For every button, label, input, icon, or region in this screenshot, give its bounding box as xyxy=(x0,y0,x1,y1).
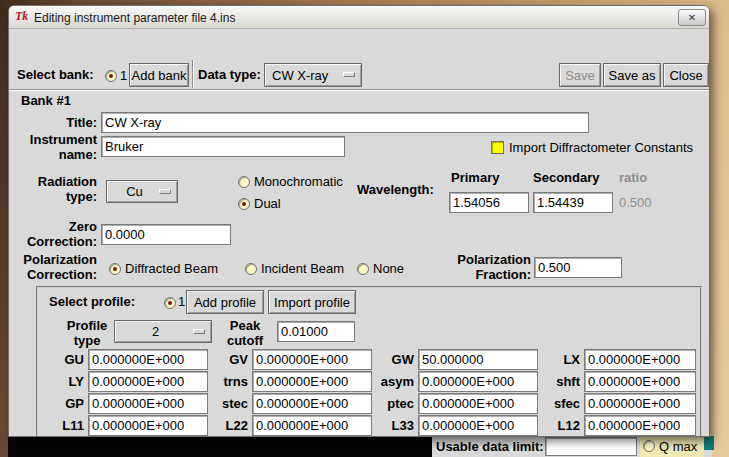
zero-correction-input[interactable] xyxy=(101,224,231,245)
radiation-type-optionmenu[interactable]: Cu xyxy=(106,180,178,203)
monochromatic-radio[interactable] xyxy=(238,176,250,188)
polarization-fraction-label: Polarization Fraction: xyxy=(439,252,531,282)
profile-type-value: 2 xyxy=(152,324,159,339)
param-input-asym[interactable] xyxy=(418,371,538,392)
monochromatic-label: Monochromatic xyxy=(254,174,343,189)
param-input-LY[interactable] xyxy=(88,371,208,392)
param-input-L11[interactable] xyxy=(88,415,208,436)
param-label-asym: asym xyxy=(376,374,414,389)
param-label-L33: L33 xyxy=(376,418,414,433)
usable-data-limit-input[interactable] xyxy=(545,437,637,456)
bank-1-radio-label: 1 xyxy=(120,68,127,83)
peak-cutoff-label: Peak cutoff xyxy=(218,318,272,348)
select-bank-label: Select bank: xyxy=(17,67,94,82)
optionmenu-indicator-icon xyxy=(159,189,171,194)
bank-header: Bank #1 xyxy=(21,93,71,108)
incident-beam-radio[interactable] xyxy=(245,263,257,275)
param-label-GU: GU xyxy=(46,352,84,367)
instrument-name-label: Instrument name: xyxy=(9,132,97,162)
window-title: Editing instrument parameter file 4.ins xyxy=(34,11,235,25)
title-label: Title: xyxy=(9,115,97,130)
param-input-ptec[interactable] xyxy=(418,393,538,414)
profile-frame: Select profile: 1 Add profile Import pro… xyxy=(36,286,702,437)
import-profile-button[interactable]: Import profile xyxy=(268,290,356,314)
wavelength-label: Wavelength: xyxy=(357,182,434,197)
peak-cutoff-input[interactable] xyxy=(277,321,355,342)
profile-type-optionmenu[interactable]: 2 xyxy=(114,320,212,343)
background-black-strip xyxy=(8,436,432,457)
optionmenu-indicator-icon xyxy=(193,329,205,334)
param-label-L22: L22 xyxy=(212,418,248,433)
data-type-optionmenu[interactable]: CW X-ray xyxy=(264,63,362,87)
profile-1-radio-label: 1 xyxy=(178,294,185,309)
usable-data-limit-label: Usable data limit: xyxy=(436,439,544,454)
zero-correction-label: Zero Correction: xyxy=(9,219,97,249)
param-label-LX: LX xyxy=(542,352,580,367)
profile-params-grid: GU GV GW LX LY trns asym shft xyxy=(46,349,696,437)
close-button[interactable]: Close xyxy=(663,63,709,87)
qmax-radio[interactable] xyxy=(643,440,655,452)
param-input-GV[interactable] xyxy=(252,349,372,370)
toolbar-bottom-separator xyxy=(9,89,710,91)
polarization-correction-label: Polarization Correction: xyxy=(9,252,97,282)
toolbar-separator xyxy=(192,60,194,88)
dual-label: Dual xyxy=(254,196,281,211)
primary-wavelength-input[interactable] xyxy=(449,192,529,213)
diffracted-beam-radio[interactable] xyxy=(109,263,121,275)
save-button[interactable]: Save xyxy=(559,63,601,87)
none-label: None xyxy=(373,261,404,276)
param-label-shft: shft xyxy=(542,374,580,389)
dual-radio[interactable] xyxy=(238,198,250,210)
param-label-LY: LY xyxy=(46,374,84,389)
import-constants-label: Import Diffractometer Constants xyxy=(509,140,693,155)
param-label-sfec: sfec xyxy=(542,396,580,411)
param-input-GU[interactable] xyxy=(88,349,208,370)
add-profile-button[interactable]: Add profile xyxy=(186,290,264,314)
close-icon: ✕ xyxy=(688,12,696,23)
param-input-sfec[interactable] xyxy=(584,393,696,414)
import-constants-checkbox[interactable] xyxy=(491,141,504,154)
param-input-GW[interactable] xyxy=(418,349,538,370)
window-close-button[interactable]: ✕ xyxy=(678,9,706,26)
background-window-fragment: Usable data limit: Q max xyxy=(432,436,712,457)
bank-1-radio[interactable] xyxy=(105,70,117,82)
param-input-stec[interactable] xyxy=(252,393,372,414)
diffracted-beam-label: Diffracted Beam xyxy=(125,261,218,276)
profile-1-radio[interactable] xyxy=(164,297,176,309)
tk-app-icon: Tk xyxy=(15,9,31,25)
param-label-trns: trns xyxy=(212,374,248,389)
save-as-button[interactable]: Save as xyxy=(603,63,661,87)
instrument-name-input[interactable] xyxy=(101,136,345,157)
primary-header: Primary xyxy=(451,170,499,185)
profile-type-label: Profile type xyxy=(60,318,114,348)
polarization-fraction-input[interactable] xyxy=(534,257,622,278)
param-input-L12[interactable] xyxy=(584,415,696,436)
qmax-label: Q max xyxy=(659,439,697,454)
param-label-L12: L12 xyxy=(542,418,580,433)
param-label-ptec: ptec xyxy=(376,396,414,411)
param-input-L22[interactable] xyxy=(252,415,372,436)
secondary-wavelength-input[interactable] xyxy=(533,192,613,213)
param-input-shft[interactable] xyxy=(584,371,696,392)
titlebar[interactable]: Tk Editing instrument parameter file 4.i… xyxy=(9,6,709,29)
ratio-header: ratio xyxy=(619,170,647,185)
data-type-value: CW X-ray xyxy=(272,68,328,83)
param-label-L11: L11 xyxy=(46,418,84,433)
param-input-trns[interactable] xyxy=(252,371,372,392)
title-input[interactable] xyxy=(101,112,589,133)
none-radio[interactable] xyxy=(357,263,369,275)
param-input-LX[interactable] xyxy=(584,349,696,370)
secondary-header: Secondary xyxy=(533,170,599,185)
desktop: Usable data limit: Q max Tk Editing inst… xyxy=(0,0,729,457)
data-type-label: Data type: xyxy=(198,67,261,82)
incident-beam-label: Incident Beam xyxy=(261,261,344,276)
radiation-type-label: Radiation type: xyxy=(9,174,97,204)
param-input-L33[interactable] xyxy=(418,415,538,436)
param-input-GP[interactable] xyxy=(88,393,208,414)
dialog-window: Tk Editing instrument parameter file 4.i… xyxy=(8,5,710,437)
param-label-GP: GP xyxy=(46,396,84,411)
teal-chip xyxy=(704,436,714,450)
ratio-value: 0.500 xyxy=(619,195,652,210)
param-label-GW: GW xyxy=(376,352,414,367)
add-bank-button[interactable]: Add bank xyxy=(129,63,189,87)
